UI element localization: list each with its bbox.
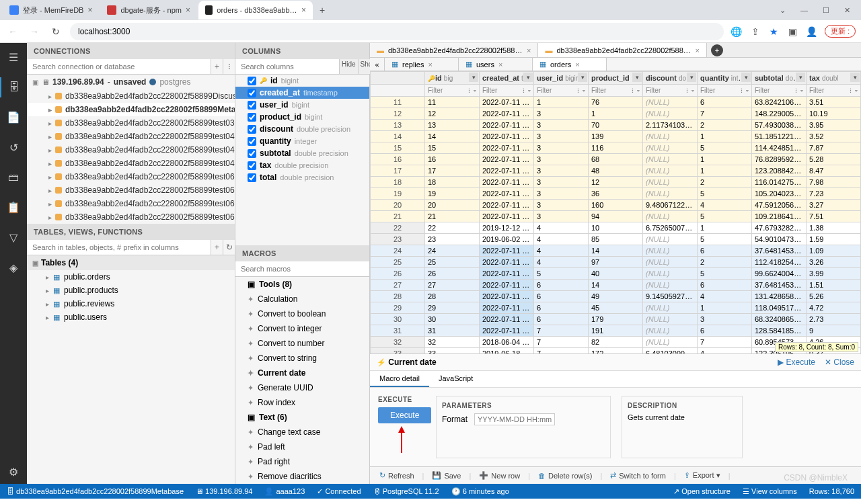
toolbar-button[interactable]: ⇄Switch to form [605, 470, 671, 481]
filter-dropdown-icon[interactable]: ▾ [632, 73, 642, 82]
filter-cell[interactable]: Filter⫶ ▾ [589, 85, 643, 97]
format-input[interactable] [474, 413, 555, 425]
toolbar-button[interactable]: ⇪Export ▾ [679, 470, 726, 481]
table-tab[interactable]: ▦replies× [385, 58, 459, 71]
filter-dropdown-icon[interactable]: ▾ [469, 73, 478, 82]
column-header[interactable]: 🔑id big▾ [425, 72, 480, 85]
share-icon[interactable]: ⇪ [749, 26, 761, 37]
column-header[interactable]: user_id bigint▾ [534, 72, 589, 85]
filter-dropdown-icon[interactable]: ▾ [741, 73, 751, 82]
filter-cell[interactable]: Filter⫶ ▾ [534, 85, 589, 97]
table-node[interactable]: ▸▦public.reviews [27, 297, 235, 310]
table-tab[interactable]: ▦users× [459, 58, 533, 71]
column-checkbox[interactable] [248, 173, 256, 182]
tab-macro-detail[interactable]: Macro detail [370, 371, 429, 387]
data-grid[interactable]: 🔑id big▾created_at timestamp▾user_id big… [370, 71, 861, 353]
profile-icon[interactable]: 👤 [806, 26, 818, 37]
execute-button[interactable]: Execute [378, 407, 431, 423]
browser-tab[interactable]: orders - db338ea9abb2ed4fad× [198, 1, 313, 19]
tab-javascript[interactable]: JavaScript [429, 371, 482, 387]
connections-search-input[interactable] [27, 59, 211, 74]
column-item[interactable]: subtotaldouble precision [235, 147, 369, 159]
hide-button[interactable]: Hide [339, 59, 358, 74]
filter-dropdown-icon[interactable]: ▾ [796, 73, 805, 82]
close-link[interactable]: ✕ Close [825, 358, 854, 367]
toolbar-button[interactable]: ↻Refresh [374, 470, 420, 481]
table-node[interactable]: ▸▦public.orders [27, 270, 235, 284]
database-node[interactable]: ▸db338ea9abb2ed4fadb2cc228002f58899Metab… [27, 103, 235, 116]
macro-item[interactable]: ✦Change text case [235, 425, 369, 439]
macro-item[interactable]: ✦Convert to string [235, 351, 369, 366]
column-header[interactable]: product_id bigint▾ [589, 72, 643, 85]
filter-icon[interactable]: ▽ [0, 227, 27, 248]
column-item[interactable]: created_attimestamp [235, 87, 369, 99]
database-node[interactable]: ▸db338ea9abb2ed4fadb2cc228002f58899test0… [27, 197, 235, 210]
database-node[interactable]: ▸db338ea9abb2ed4fadb2cc228002f58899Discu… [27, 89, 235, 103]
column-item[interactable]: quantityinteger [235, 135, 369, 147]
file-icon[interactable]: 📄 [0, 107, 27, 128]
database-icon[interactable]: 🗄 [0, 77, 27, 97]
macro-group-tools[interactable]: ▣ Tools (8) [235, 277, 369, 292]
column-checkbox[interactable] [248, 125, 256, 134]
close-tab-icon[interactable]: × [575, 60, 579, 69]
column-checkbox[interactable] [248, 149, 256, 158]
column-item[interactable]: product_idbigint [235, 111, 369, 123]
filter-cell[interactable]: Filter⫶ ▾ [425, 85, 480, 97]
macro-item[interactable]: ✦Convert to number [235, 336, 369, 351]
table-node[interactable]: ▸▦public.products [27, 284, 235, 297]
column-header[interactable]: subtotal double p▾ [752, 72, 807, 85]
menu-icon[interactable]: ☰ [0, 47, 27, 68]
macro-item[interactable]: ✦Calculation [235, 292, 369, 306]
close-tab-icon[interactable]: × [498, 60, 502, 69]
macro-item[interactable]: ✦Row index [235, 395, 369, 410]
database-node[interactable]: ▸db338ea9abb2ed4fadb2cc228002f58899test0… [27, 183, 235, 197]
close-tab-icon[interactable]: × [186, 5, 190, 15]
database-node[interactable]: ▸db338ea9abb2ed4fadb2cc228002f58899test0… [27, 116, 235, 130]
objects-search-input[interactable] [27, 240, 211, 255]
column-item[interactable]: user_idbigint [235, 99, 369, 111]
column-checkbox[interactable] [248, 161, 256, 170]
filter-cell[interactable]: Filter⫶ ▾ [643, 85, 698, 97]
tables-group[interactable]: ▣Tables (4) [27, 255, 235, 270]
filter-cell[interactable]: Filter⫶ ▾ [752, 85, 807, 97]
macro-item[interactable]: ✦Generate UUID [235, 380, 369, 395]
tab-overflow[interactable]: « [370, 58, 385, 71]
filter-dropdown-icon[interactable]: ▾ [850, 73, 860, 82]
browser-tab[interactable]: dbgate-服务 - npm× [100, 1, 197, 19]
column-checkbox[interactable] [248, 77, 256, 85]
layers-icon[interactable]: ◈ [0, 257, 27, 278]
reload-icon[interactable]: ↻ [48, 26, 63, 37]
filter-cell[interactable]: Filter⫶ ▾ [807, 85, 861, 97]
forward-icon[interactable]: → [27, 26, 42, 37]
close-icon[interactable]: ✕ [844, 6, 850, 15]
column-header[interactable]: discount double▾ [643, 72, 698, 85]
collapse-button[interactable]: ⁝ [223, 59, 235, 74]
toolbar-button[interactable]: 🗑Delete row(s) [533, 470, 597, 481]
archive-icon[interactable]: 🗃 [0, 167, 27, 187]
columns-search-input[interactable] [235, 59, 339, 74]
table-node[interactable]: ▸▦public.users [27, 310, 235, 324]
close-tab-icon[interactable]: × [527, 46, 531, 54]
close-tab-icon[interactable]: × [428, 60, 432, 69]
add-object-button[interactable]: + [211, 240, 223, 255]
column-header[interactable]: created_at timestamp▾ [480, 72, 534, 85]
filter-cell[interactable]: Filter⫶ ▾ [698, 85, 752, 97]
filter-cell[interactable]: Filter⫶ ▾ [480, 85, 534, 97]
maximize-icon[interactable]: ☐ [823, 6, 829, 15]
column-checkbox[interactable] [248, 101, 256, 110]
column-header[interactable]: quantity intege▾ [698, 72, 752, 85]
browser-tab[interactable]: 登录 - MemFireDB× [3, 1, 99, 19]
macro-group-text[interactable]: ▣ Text (6) [235, 410, 369, 425]
chevron-down-icon[interactable]: ⌄ [780, 6, 786, 15]
table-tab[interactable]: ▦orders× [533, 58, 607, 71]
macro-item[interactable]: ✦Remove diacritics [235, 469, 369, 484]
database-node[interactable]: ▸db338ea9abb2ed4fadb2cc228002f58899test0… [27, 170, 235, 183]
toolbar-button[interactable]: 💾Save [426, 470, 466, 481]
bookmark-icon[interactable]: ★ [768, 26, 780, 37]
macro-item[interactable]: ✦Convert to boolean [235, 306, 369, 321]
macros-search-input[interactable] [235, 261, 369, 276]
column-item[interactable]: taxdouble precision [235, 159, 369, 171]
macro-item[interactable]: ✦Pad right [235, 454, 369, 469]
refresh-objects-button[interactable]: ↻ [223, 240, 235, 255]
column-item[interactable]: discountdouble precision [235, 123, 369, 135]
